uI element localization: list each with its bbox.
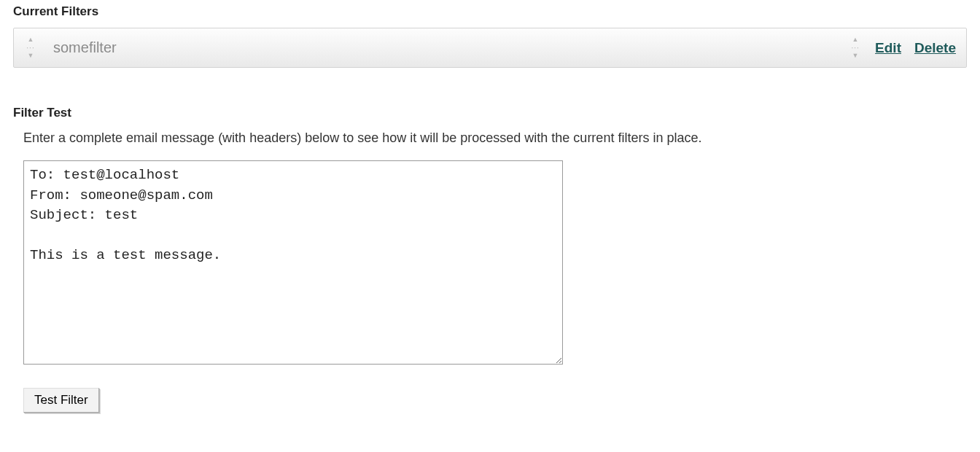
arrow-down-icon <box>28 52 34 60</box>
grip-dots-icon <box>851 44 859 52</box>
email-message-input[interactable] <box>23 160 563 365</box>
filter-name-label: somefilter <box>53 39 849 56</box>
drag-handle-icon[interactable] <box>849 36 862 60</box>
test-filter-button[interactable]: Test Filter <box>23 388 99 413</box>
filter-actions: Edit Delete <box>849 36 956 60</box>
filter-row: somefilter Edit Delete <box>13 28 967 68</box>
arrow-up-icon <box>852 36 859 44</box>
arrow-down-icon <box>852 52 859 60</box>
grip-dots-icon <box>26 44 34 52</box>
arrow-up-icon <box>28 36 34 44</box>
delete-link[interactable]: Delete <box>914 40 956 56</box>
drag-handle-icon[interactable] <box>24 36 37 60</box>
filter-test-heading: Filter Test <box>13 106 967 120</box>
current-filters-heading: Current Filters <box>13 4 967 19</box>
edit-link[interactable]: Edit <box>875 40 901 56</box>
filter-test-instruction: Enter a complete email message (with hea… <box>23 130 967 146</box>
